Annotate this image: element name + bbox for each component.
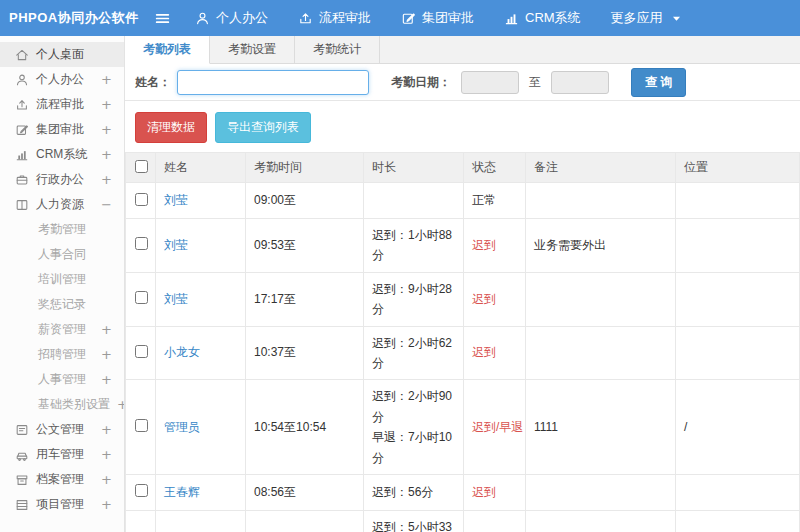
location: / [676,510,800,532]
row-checkbox[interactable] [135,484,148,497]
employee-name-link[interactable]: 小龙女 [164,345,200,359]
status: 迟到 [464,474,526,510]
attendance-time: 10:54至10:54 [246,380,364,475]
expand-toggle: + [101,147,112,162]
sidebar-subitem-training[interactable]: 培训管理 [0,267,124,292]
sidebar-item-hr[interactable]: 人力资源− [0,192,124,217]
sidebar-item-crm[interactable]: CRM系统+ [0,142,124,167]
employee-name-link[interactable]: 王春辉 [164,485,200,499]
col-location: 位置 [676,153,800,183]
expand-toggle: + [101,122,112,137]
employee-name-link[interactable]: 刘莹 [164,292,188,306]
table-row: 刘莹09:53至迟到：1小时88分迟到业务需要外出 [126,219,800,273]
row-checkbox[interactable] [135,193,148,206]
employee-name-link[interactable]: 刘莹 [164,193,188,207]
attendance-time: 09:00至 [246,183,364,219]
edit-icon [401,11,416,26]
duration: 迟到：9小时28分 [364,272,464,326]
col-remark: 备注 [526,153,676,183]
select-all-checkbox[interactable] [135,160,148,173]
table-row: 刘莹17:17至迟到：9小时28分迟到 [126,272,800,326]
sidebar-item-workflow-approval[interactable]: 流程审批+ [0,92,124,117]
status: 迟到/早退 [464,380,526,475]
location [676,272,800,326]
attendance-time: 13:20至13:20 [246,510,364,532]
nav-item-crm[interactable]: CRM系统 [504,9,581,27]
tab-attendance-list[interactable]: 考勤列表 [125,36,210,64]
status: 迟到 [464,219,526,273]
attendance-table: 姓名 考勤时间 时长 状态 备注 位置 刘莹09:00至正常刘莹09:53至迟到… [125,152,800,532]
attendance-table-wrap: 姓名 考勤时间 时长 状态 备注 位置 刘莹09:00至正常刘莹09:53至迟到… [125,152,800,532]
hamburger-menu-icon[interactable] [154,10,171,27]
date-label: 考勤日期： [391,74,451,91]
location [676,183,800,219]
query-button[interactable]: 查 询 [631,68,686,97]
location [676,219,800,273]
name-label: 姓名： [135,74,171,91]
archive-icon [15,473,29,487]
row-checkbox[interactable] [135,237,148,250]
duration: 迟到：1小时88分 [364,219,464,273]
sidebar-item-desktop[interactable]: 个人桌面 [0,42,124,67]
table-header-row: 姓名 考勤时间 时长 状态 备注 位置 [126,153,800,183]
remark [526,326,676,380]
row-checkbox[interactable] [135,345,148,358]
tab-attendance-stats[interactable]: 考勤统计 [295,36,380,63]
main-content: 考勤列表 考勤设置 考勤统计 姓名： 考勤日期： 至 查 询 清理数据 导出查询… [125,36,800,532]
app-logo: PHPOA协同办公软件 [0,9,142,27]
name-search-input[interactable] [177,70,369,95]
clean-data-button[interactable]: 清理数据 [135,112,207,143]
table-row: 管理员10:54至10:54迟到：2小时90分早退：7小时10分迟到/早退111… [126,380,800,475]
remark [526,183,676,219]
topbar: PHPOA协同办公软件 个人办公流程审批集团审批CRM系统更多应用 [0,0,800,36]
export-list-button[interactable]: 导出查询列表 [215,112,311,143]
date-to-input[interactable] [551,71,609,94]
nav-item-workflow-approval[interactable]: 流程审批 [298,9,371,27]
sidebar-item-official-doc[interactable]: 公文管理+ [0,417,124,442]
sidebar-subitem-attendance[interactable]: 考勤管理 [0,217,124,242]
tab-attendance-settings[interactable]: 考勤设置 [210,36,295,63]
nav-item-label: CRM系统 [525,9,581,27]
sidebar-item-admin-office[interactable]: 行政办公+ [0,167,124,192]
sidebar-subitem-base-category[interactable]: 基础类别设置+ [0,392,124,417]
attendance-time: 10:37至 [246,326,364,380]
col-name: 姓名 [156,153,246,183]
nav-item-personal-office[interactable]: 个人办公 [195,9,268,27]
sidebar-subitem-personnel[interactable]: 人事管理+ [0,367,124,392]
sidebar-item-archives[interactable]: 档案管理+ [0,467,124,492]
book-icon [15,198,29,212]
expand-toggle: + [101,97,112,112]
row-checkbox[interactable] [135,419,148,432]
expand-toggle: + [101,322,112,337]
sidebar-subitem-salary[interactable]: 薪资管理+ [0,317,124,342]
share-icon [15,98,29,112]
status: 迟到 [464,272,526,326]
employee-name-link[interactable]: 管理员 [164,420,200,434]
project-icon [15,498,29,512]
expand-toggle: − [101,197,112,212]
sidebar-subitem-recruitment[interactable]: 招聘管理+ [0,342,124,367]
user-icon [15,73,29,87]
nav-item-label: 更多应用 [611,9,663,27]
sidebar-subitem-rewards[interactable]: 奖惩记录 [0,292,124,317]
date-from-input[interactable] [461,71,519,94]
share-icon [298,11,313,26]
employee-name-link[interactable]: 刘莹 [164,238,188,252]
nav-item-group-approval[interactable]: 集团审批 [401,9,474,27]
caret-down-icon [669,11,684,26]
remark: 1111 [526,380,676,475]
expand-toggle: + [101,447,112,462]
expand-toggle: + [101,372,112,387]
expand-toggle: + [101,422,112,437]
expand-toggle: + [101,72,112,87]
sidebar-item-group-approval[interactable]: 集团审批+ [0,117,124,142]
briefcase-icon [15,173,29,187]
nav-item-more-apps[interactable]: 更多应用 [611,9,684,27]
sidebar-item-personal-office[interactable]: 个人办公+ [0,67,124,92]
row-checkbox[interactable] [135,291,148,304]
sidebar-item-vehicle[interactable]: 用车管理+ [0,442,124,467]
topnav: 个人办公流程审批集团审批CRM系统更多应用 [195,9,684,27]
sidebar-item-project[interactable]: 项目管理+ [0,492,124,517]
sidebar-subitem-hr-contract[interactable]: 人事合同 [0,242,124,267]
location [676,474,800,510]
